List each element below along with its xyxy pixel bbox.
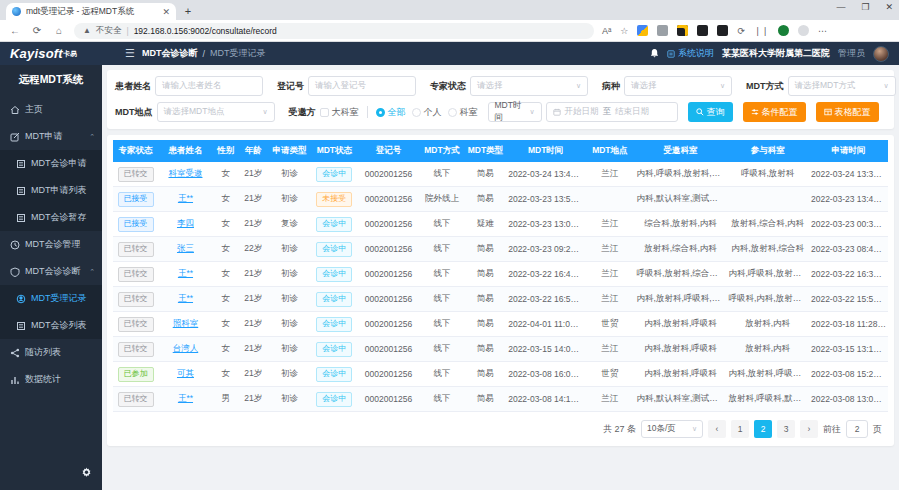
- extension-icon[interactable]: [697, 25, 708, 36]
- patient-name-link[interactable]: 张三: [177, 243, 194, 253]
- table-cell: 内科,呼吸科,放射科,综合科: [726, 262, 809, 287]
- time-field-select[interactable]: MDT时间∨: [488, 102, 542, 122]
- table-cell: 兰江: [585, 237, 635, 262]
- reg-no-input[interactable]: 请输入登记号: [308, 76, 416, 96]
- page-size-select[interactable]: 10条/页∨: [641, 420, 703, 438]
- extension-icon[interactable]: [677, 25, 688, 36]
- page-button-2[interactable]: 2: [754, 420, 772, 438]
- patient-name-link[interactable]: 台湾人: [173, 343, 199, 353]
- sidebar-item-4[interactable]: 随访列表: [0, 339, 102, 366]
- sidebar-item-0[interactable]: 主页: [0, 96, 102, 123]
- window-maximize-button[interactable]: ❐: [861, 2, 869, 12]
- url-bar[interactable]: ▲ 不安全 | 192.168.0.156:9002/consultate/re…: [74, 23, 594, 39]
- patient-name-link[interactable]: 王**: [178, 268, 193, 278]
- table-config-button[interactable]: 表格配置: [816, 102, 879, 122]
- extension-icon[interactable]: [778, 25, 789, 36]
- condition-config-button[interactable]: 条件配置: [743, 102, 806, 122]
- table-cell: 简易: [465, 187, 507, 212]
- extension-icon[interactable]: [657, 25, 668, 36]
- goto-page-input[interactable]: 2: [846, 420, 868, 438]
- filter-disease: 病种 请选择∨: [602, 76, 732, 96]
- browser-tab[interactable]: mdt受理记录 - 远程MDT系统 ✕: [6, 3, 176, 20]
- table-row: 已转交王**女21岁初诊会诊中0002001256线下简易2022-03-22 …: [113, 262, 888, 287]
- mdt-status-tag: 会诊中: [316, 342, 352, 357]
- table-row: 已参加可其女21岁初诊会诊中0002001256线下简易2022-03-08 1…: [113, 362, 888, 387]
- page-button-1[interactable]: 1: [731, 420, 749, 438]
- disease-select[interactable]: 请选择∨: [624, 76, 732, 96]
- table-cell: 内科,放射科,呼吸科: [635, 362, 727, 387]
- browser-addressbar: ← ⟳ ⌂ ▲ 不安全 | 192.168.0.156:9002/consult…: [0, 20, 899, 42]
- header-right: 系统说明 某某医科大学附属第二医院 管理员: [650, 46, 899, 62]
- sidebar-item-1[interactable]: MDT申请⌃: [0, 123, 102, 150]
- extension-icon[interactable]: [717, 25, 728, 36]
- window-minimize-button[interactable]: —: [836, 2, 845, 12]
- table-cell: 呼吸科,内科,放射科,影像科: [726, 287, 809, 312]
- patient-name-link[interactable]: 王**: [178, 293, 193, 303]
- sidebar-subitem[interactable]: MDT会诊暂存: [0, 204, 102, 231]
- breadcrumb-section[interactable]: MDT会诊诊断: [142, 47, 198, 60]
- expert-status-select[interactable]: 请选择∨: [470, 76, 588, 96]
- date-range-picker[interactable]: 开始日期 至 结束日期: [546, 102, 678, 122]
- settings-gear-icon[interactable]: [81, 464, 92, 482]
- patient-name-link[interactable]: 王**: [178, 393, 193, 403]
- patient-name-input[interactable]: 请输入患者姓名: [155, 76, 263, 96]
- expert-status-label: 专家状态: [430, 80, 466, 93]
- system-help-link[interactable]: 系统说明: [667, 47, 714, 60]
- sidebar-item-5[interactable]: 数据统计: [0, 366, 102, 393]
- collections-icon[interactable]: ⟳: [737, 26, 745, 36]
- next-page-button[interactable]: ›: [800, 420, 818, 438]
- table-cell: 呼吸科,放射科: [726, 162, 809, 187]
- filter-mdt-mode: MDT方式 请选择MDT方式∨: [746, 76, 896, 96]
- table-cell: 初诊: [268, 262, 311, 287]
- browser-profile-icon[interactable]: [798, 25, 809, 36]
- sidebar-item-2[interactable]: MDT会诊管理: [0, 231, 102, 258]
- collapse-sidebar-icon[interactable]: ☰: [118, 47, 142, 60]
- chevron-up-icon: ⌃: [89, 133, 95, 141]
- home-icon[interactable]: ⌂: [52, 25, 66, 36]
- sidebar-subitem[interactable]: MDT会诊申请: [0, 150, 102, 177]
- table-cell: 疑难: [465, 212, 507, 237]
- patient-name-link[interactable]: 科室受邀: [168, 168, 202, 178]
- table-cell: 21岁: [239, 262, 268, 287]
- table-cell: 线下: [419, 362, 464, 387]
- sidebar-subitem[interactable]: MDT受理记录: [0, 285, 102, 312]
- url-text: 192.168.0.156:9002/consultate/record: [134, 26, 277, 36]
- column-header: 专家状态: [113, 140, 158, 162]
- mdt-status-tag: 会诊中: [316, 317, 352, 332]
- more-menu-icon[interactable]: ⋯: [818, 26, 827, 36]
- favorite-star-icon[interactable]: ☆: [620, 26, 628, 36]
- sidebar-item-3[interactable]: MDT会诊诊断⌃: [0, 258, 102, 285]
- radio-selected[interactable]: 全部: [376, 106, 406, 119]
- radio-option[interactable]: 科室: [448, 106, 478, 119]
- table-cell: 复诊: [268, 212, 311, 237]
- extension-icon[interactable]: [637, 25, 648, 36]
- split-screen-icon[interactable]: ❘❘: [754, 26, 769, 36]
- notification-bell-icon[interactable]: [650, 48, 659, 60]
- back-icon[interactable]: ←: [8, 25, 22, 36]
- breadcrumb-current: MDT受理记录: [210, 47, 266, 60]
- sidebar-subitem[interactable]: MDT申请列表: [0, 177, 102, 204]
- refresh-icon[interactable]: ⟳: [30, 25, 44, 36]
- page-button-3[interactable]: 3: [777, 420, 795, 438]
- patient-name-link[interactable]: 李四: [177, 218, 194, 228]
- table-cell: 2022-03-23 13:50:00: [506, 187, 585, 212]
- table-cell: 已转交: [113, 162, 158, 187]
- patient-name-link[interactable]: 王**: [178, 193, 193, 203]
- tab-close-icon[interactable]: ✕: [162, 7, 170, 17]
- sidebar-subitem[interactable]: MDT会诊列表: [0, 312, 102, 339]
- prev-page-button[interactable]: ‹: [708, 420, 726, 438]
- column-header: 申请时间: [809, 140, 888, 162]
- patient-name-link[interactable]: 可其: [177, 368, 194, 378]
- big-dept-checkbox[interactable]: 大科室: [320, 106, 359, 119]
- user-avatar[interactable]: [873, 46, 889, 62]
- new-tab-button[interactable]: +: [180, 3, 196, 19]
- patient-name-link[interactable]: 照科室: [173, 318, 199, 328]
- query-button[interactable]: 查询: [688, 102, 733, 122]
- radio-option[interactable]: 个人: [412, 106, 442, 119]
- mdt-mode-select[interactable]: 请选择MDT方式∨: [788, 76, 896, 96]
- mdt-place-select[interactable]: 请选择MDT地点∨: [157, 102, 275, 122]
- read-aloud-icon[interactable]: Aᵃ: [602, 26, 611, 36]
- table-cell: 0002001256: [358, 237, 420, 262]
- table-cell: 已转交: [113, 337, 158, 362]
- window-close-button[interactable]: ✕: [885, 2, 893, 12]
